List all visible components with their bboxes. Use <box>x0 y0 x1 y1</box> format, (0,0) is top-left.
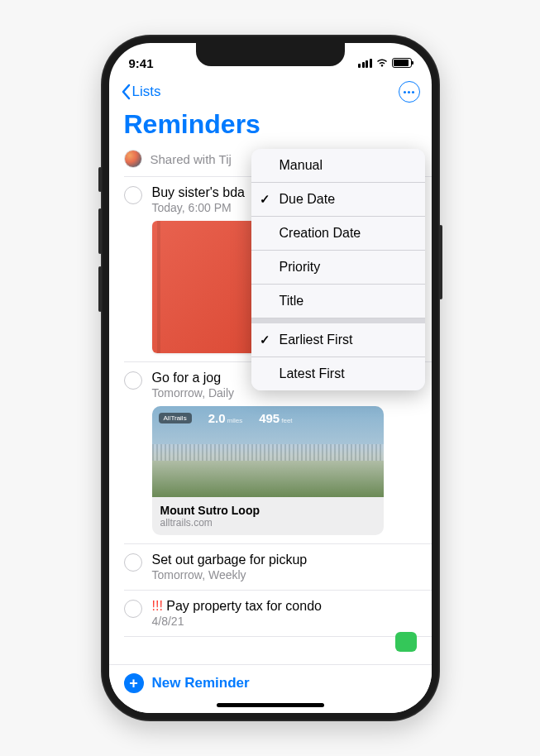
reminder-subtitle: 4/8/21 <box>152 615 417 628</box>
link-domain: alltrails.com <box>160 517 375 529</box>
reminder-subtitle: Tomorrow, Weekly <box>152 568 417 581</box>
reminder-title: !!! Pay property tax for condo <box>152 599 417 614</box>
sort-option-priority[interactable]: Priority <box>251 251 425 285</box>
wifi-icon <box>375 58 389 68</box>
sort-order-latest[interactable]: Latest First <box>251 357 425 390</box>
shared-with-label: Shared with Tij <box>151 152 232 166</box>
check-icon: ✓ <box>260 333 270 347</box>
link-title: Mount Sutro Loop <box>160 504 375 517</box>
reminder-item[interactable]: Set out garbage for pickup Tomorrow, Wee… <box>109 544 432 590</box>
sort-order-earliest[interactable]: ✓ Earliest First <box>251 323 425 357</box>
link-preview[interactable]: AllTrails 2.0 miles 495 feet <box>152 406 384 535</box>
back-button[interactable]: Lists <box>121 84 161 100</box>
more-button[interactable] <box>399 81 420 103</box>
home-indicator[interactable] <box>217 703 324 707</box>
reminder-item[interactable]: !!! Pay property tax for condo 4/8/21 <box>109 591 432 636</box>
mute-switch <box>98 167 102 192</box>
priority-flag: !!! <box>152 599 167 613</box>
complete-toggle[interactable] <box>124 600 142 618</box>
new-reminder-button[interactable]: New Reminder <box>152 675 250 691</box>
divider <box>124 636 432 637</box>
cellular-signal-icon <box>358 59 372 68</box>
messages-icon <box>395 632 417 652</box>
reminder-title: Set out garbage for pickup <box>152 553 417 567</box>
screen: 9:41 Lists <box>109 43 432 713</box>
complete-toggle[interactable] <box>124 371 142 390</box>
sort-option-due-date[interactable]: ✓ Due Date <box>251 183 425 217</box>
battery-icon <box>392 58 412 68</box>
sort-option-manual[interactable]: Manual <box>251 149 425 183</box>
sort-option-creation-date[interactable]: Creation Date <box>251 217 425 251</box>
plus-icon: + <box>124 673 144 693</box>
notch <box>196 43 345 66</box>
app-content: Lists Reminders Shared with Tij Buy sist… <box>109 76 432 713</box>
status-time: 9:41 <box>129 56 154 70</box>
complete-toggle[interactable] <box>124 553 142 572</box>
link-stat-elevation: 495 feet <box>259 411 292 425</box>
side-button <box>439 225 442 299</box>
page-title: Reminders <box>109 108 432 146</box>
chevron-left-icon <box>121 84 131 100</box>
link-badge: AllTrails <box>159 413 192 423</box>
check-icon: ✓ <box>260 192 270 207</box>
complete-toggle[interactable] <box>124 186 142 204</box>
nav-bar: Lists <box>109 76 432 108</box>
avatar <box>124 150 142 168</box>
sort-menu: Manual ✓ Due Date Creation Date Priority… <box>251 149 425 390</box>
phone-frame: 9:41 Lists <box>101 35 440 721</box>
sort-option-title[interactable]: Title <box>251 285 425 318</box>
volume-down <box>98 266 102 312</box>
back-label: Lists <box>132 84 161 100</box>
volume-up <box>98 208 102 254</box>
ellipsis-icon <box>404 91 414 93</box>
link-stat-distance: 2.0 miles <box>208 411 243 425</box>
link-image: AllTrails 2.0 miles 495 feet <box>152 406 384 497</box>
